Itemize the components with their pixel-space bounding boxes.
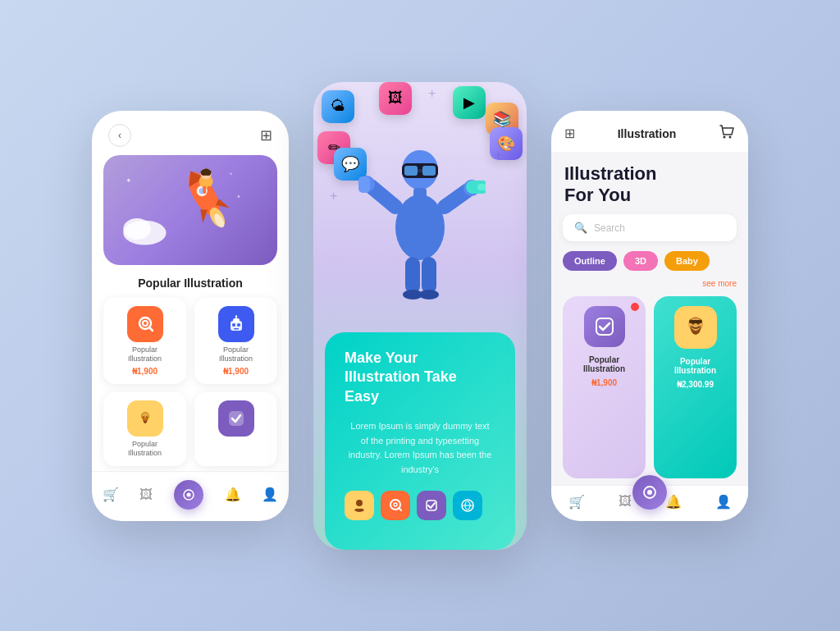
card-2-label: PopularIllustration	[219, 345, 253, 364]
card-icon-yellow	[127, 400, 163, 437]
p3-card-2-price: ₦2,300.99	[677, 380, 714, 389]
phone-1: ‹ ⊞	[92, 111, 289, 521]
search-placeholder: Search	[594, 222, 625, 234]
svg-line-55	[399, 508, 401, 510]
plus-marker-1: +	[428, 86, 436, 101]
phones-container: ‹ ⊞	[92, 82, 748, 550]
phone-3-title-text: Illustration	[618, 127, 677, 140]
phone-2-top: 🌤 🖼 ▶ 📚 🎨 ✏ 💬 + + +	[313, 82, 527, 332]
phone-1-grid: PopularIllustration ₦1,900 Popu	[92, 298, 289, 465]
p3-card-1-icon	[584, 306, 625, 347]
tag-3d[interactable]: 3D	[623, 251, 658, 271]
card-3-label: PopularIllustration	[128, 440, 162, 458]
phone-1-section-title: Popular Illustration	[92, 277, 289, 290]
p3-nav-cart[interactable]: 🛒	[568, 494, 585, 510]
svg-point-28	[142, 413, 148, 419]
svg-point-33	[186, 492, 190, 496]
grid-icon[interactable]: ⊞	[260, 126, 272, 144]
svg-point-54	[394, 503, 397, 506]
svg-rect-24	[234, 328, 239, 330]
phone-2-description: Lorem Ipsum is simply dummy text of the …	[345, 419, 495, 477]
svg-point-63	[688, 317, 703, 332]
svg-rect-31	[229, 411, 244, 426]
phone-3: ⊞ Illustration IllustrationFor You 🔍 Sea…	[551, 111, 748, 521]
tag-outline[interactable]: Outline	[563, 251, 617, 271]
phone-1-header: ‹ ⊞	[92, 111, 289, 155]
phone-2-thumbnails	[345, 491, 495, 520]
nav-cart-icon[interactable]: 🛒	[103, 487, 119, 502]
svg-rect-13	[208, 186, 211, 194]
svg-rect-37	[422, 166, 436, 176]
card-1-price: ₦1,900	[132, 367, 158, 376]
svg-rect-49	[422, 257, 436, 294]
svg-rect-45	[358, 176, 370, 193]
p3-nav-gallery[interactable]: 🖼	[619, 494, 632, 509]
nav-user-icon[interactable]: 👤	[262, 487, 278, 502]
nav-fab-button[interactable]	[174, 480, 203, 510]
card-icon-blue	[218, 306, 254, 342]
p3-nav-user[interactable]: 👤	[715, 494, 732, 510]
float-photo-icon: 🖼	[379, 82, 412, 115]
thumb-3[interactable]	[417, 491, 446, 520]
search-bar[interactable]: 🔍 Search	[563, 214, 737, 241]
tag-baby[interactable]: Baby	[664, 251, 710, 271]
grid-card-3[interactable]: PopularIllustration	[103, 392, 186, 466]
plus-marker-3: +	[330, 189, 337, 203]
nav-bell-icon[interactable]: 🔔	[225, 487, 241, 502]
svg-rect-38	[418, 169, 422, 172]
svg-point-29	[142, 416, 144, 418]
svg-point-51	[419, 290, 439, 299]
grid-card-4[interactable]	[194, 392, 277, 466]
svg-point-60	[724, 135, 726, 138]
red-dot	[631, 303, 639, 311]
float-video-icon: ▶	[453, 86, 486, 119]
thumb-1[interactable]	[345, 491, 374, 520]
phone-3-cards: PopularIllustration ₦1,900	[551, 296, 748, 478]
svg-point-18	[143, 321, 148, 326]
phone-2: 🌤 🖼 ▶ 📚 🎨 ✏ 💬 + + +	[313, 82, 527, 550]
p3-card-2[interactable]: PopularIllustration ₦2,300.99	[654, 296, 737, 478]
p3-card-1-name: PopularIllustration	[583, 355, 625, 373]
svg-point-40	[395, 194, 445, 260]
see-more-link[interactable]: see more	[551, 279, 748, 296]
search-icon: 🔍	[574, 222, 587, 234]
phone-3-grid-icon[interactable]: ⊞	[564, 126, 575, 141]
svg-rect-36	[404, 166, 418, 176]
p3-card-2-name: PopularIllustration	[674, 357, 716, 375]
svg-point-23	[237, 323, 240, 327]
svg-rect-12	[203, 186, 206, 194]
svg-point-61	[729, 135, 732, 138]
back-icon: ‹	[118, 130, 121, 141]
nav-gallery-icon[interactable]: 🖼	[139, 487, 153, 502]
grid-card-2[interactable]: PopularIllustration ₦1,900	[194, 298, 277, 384]
svg-point-68	[647, 490, 652, 495]
plus-marker-2: +	[495, 148, 502, 162]
phone-2-card-title: Make YourIllustration TakeEasy	[345, 349, 495, 406]
phone-3-nav: 🛒 🖼 🔔 👤	[551, 485, 748, 521]
back-button[interactable]: ‹	[108, 124, 131, 147]
p3-card-1[interactable]: PopularIllustration ₦1,900	[563, 296, 646, 478]
svg-line-43	[445, 190, 468, 207]
svg-point-52	[356, 500, 363, 506]
p3-nav-bell[interactable]: 🔔	[665, 494, 682, 510]
svg-point-22	[232, 323, 235, 327]
float-weather-icon: 🌤	[322, 90, 354, 123]
svg-line-41	[371, 186, 395, 207]
card-2-price: ₦1,900	[223, 367, 249, 376]
grid-card-1[interactable]: PopularIllustration ₦1,900	[103, 298, 186, 384]
card-1-label: PopularIllustration	[128, 345, 162, 364]
svg-text:✦: ✦	[126, 176, 132, 185]
p3-card-1-price: ₦1,900	[591, 378, 617, 387]
svg-rect-66	[689, 320, 702, 323]
svg-rect-47	[477, 184, 486, 190]
svg-rect-48	[405, 257, 420, 294]
vr-figure	[354, 149, 486, 313]
phone-1-nav: 🛒 🖼 🔔 👤	[92, 471, 289, 521]
svg-line-19	[149, 327, 153, 331]
p3-avatar	[674, 306, 717, 349]
thumb-4[interactable]	[453, 491, 482, 520]
phone-3-cart-icon[interactable]	[719, 124, 735, 144]
card-icon-orange	[127, 306, 163, 342]
p3-nav-fab[interactable]	[632, 475, 667, 510]
thumb-2[interactable]	[381, 491, 410, 520]
